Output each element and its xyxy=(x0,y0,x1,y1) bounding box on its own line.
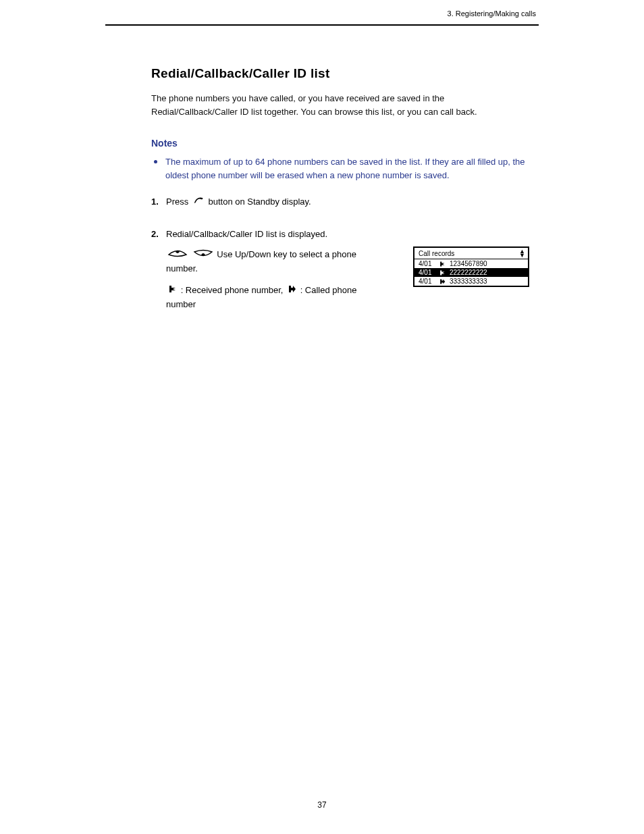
step-1-body: Press button on Standby display. xyxy=(166,195,311,209)
step-2-number: 2. xyxy=(151,228,166,241)
section-intro: The phone numbers you have called, or yo… xyxy=(151,92,529,119)
in-arrow-icon xyxy=(437,261,447,267)
step-2-line-2: : Received phone number, : Called phone … xyxy=(166,284,375,311)
hook-off-icon xyxy=(192,195,205,209)
notes-text: The maximum of up to 64 phone numbers ca… xyxy=(165,155,530,182)
step-2-body: Redial/Callback/Caller ID list is displa… xyxy=(166,228,375,311)
step-1: 1. Press button on Standby display. xyxy=(151,195,539,209)
bullet-dot-icon xyxy=(154,160,157,163)
step-2-line-0: Redial/Callback/Caller ID list is displa… xyxy=(166,228,375,241)
row-date: 4/01 xyxy=(419,278,437,285)
in-arrow-icon xyxy=(437,269,447,276)
page-number: 37 xyxy=(317,800,326,810)
out-arrow-icon xyxy=(437,278,447,285)
out-arrow-icon xyxy=(287,284,296,298)
notes-bullet: The maximum of up to 64 phone numbers ca… xyxy=(154,155,539,182)
row-number: 2222222222 xyxy=(447,269,487,276)
screen-title: Call records xyxy=(419,250,454,257)
row-date: 4/01 xyxy=(419,260,437,267)
call-record-row: 4/013333333333 xyxy=(414,277,528,286)
in-arrow-icon xyxy=(167,284,177,298)
step-2-frag-1: : Received phone number, xyxy=(181,285,286,295)
call-record-row: 4/011234567890 xyxy=(414,259,528,268)
row-date: 4/01 xyxy=(419,269,437,276)
step-2-line-1: Use Up/Down key to select a phone number… xyxy=(166,248,375,276)
step-1-post: button on Standby display. xyxy=(208,197,311,207)
notes-heading: Notes xyxy=(151,138,539,149)
eye-down-icon xyxy=(193,249,213,262)
phone-screen: Call records ▲▼ 4/0112345678904/01222222… xyxy=(413,246,529,287)
call-record-row: 4/012222222222 xyxy=(414,268,528,277)
section-title: Redial/Callback/Caller ID list xyxy=(151,66,539,81)
step-1-pre: Press xyxy=(166,197,191,207)
scroll-arrows-icon: ▲▼ xyxy=(519,249,525,257)
screen-header: Call records ▲▼ xyxy=(414,248,528,259)
top-rule xyxy=(105,24,539,26)
row-number: 1234567890 xyxy=(447,260,487,267)
row-number: 3333333333 xyxy=(447,278,487,285)
step-1-number: 1. xyxy=(151,195,166,209)
eye-up-icon xyxy=(167,249,188,262)
running-header: 3. Registering/Making calls xyxy=(448,9,536,18)
